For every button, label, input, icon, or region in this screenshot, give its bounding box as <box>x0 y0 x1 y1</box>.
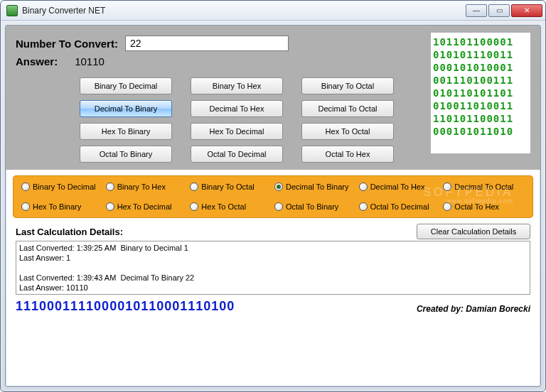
binary-art-panel: 101101100001 010101110011 000101010001 0… <box>431 33 530 153</box>
btn-decimal-to-hex[interactable]: Decimal To Hex <box>191 100 283 117</box>
details-log[interactable]: Last Converted: 1:39:25 AM Binary to Dec… <box>16 241 530 295</box>
btn-octal-to-decimal[interactable]: Octal To Decimal <box>191 146 283 163</box>
footer-binary-string: 1110001111000010110001110100 <box>16 299 410 314</box>
radio-icon <box>190 183 198 191</box>
client-area: Number To Convert: Answer: 10110 Binary … <box>5 25 541 387</box>
answer-value: 10110 <box>75 55 105 67</box>
btn-binary-to-octal[interactable]: Binary To Octal <box>301 77 394 94</box>
btn-hex-to-binary[interactable]: Hex To Binary <box>80 123 172 140</box>
window-controls: — ▭ ✕ <box>464 4 542 17</box>
radio-binary-to-hex[interactable]: Binary To Hex <box>106 183 188 191</box>
btn-hex-to-decimal[interactable]: Hex To Decimal <box>191 123 283 140</box>
radio-icon <box>443 183 451 191</box>
radio-panel: Binary To Decimal Binary To Hex Binary T… <box>13 175 533 218</box>
radio-icon <box>359 202 368 211</box>
conversion-button-grid: Binary To Decimal Binary To Hex Binary T… <box>80 77 424 163</box>
radio-octal-to-decimal[interactable]: Octal To Decimal <box>359 202 441 211</box>
radio-icon <box>21 183 30 191</box>
clear-details-button[interactable]: Clear Calculation Details <box>417 224 530 239</box>
radio-icon <box>106 183 114 191</box>
radio-octal-to-hex[interactable]: Octal To Hex <box>443 202 525 211</box>
radio-icon <box>106 202 114 211</box>
radio-binary-to-octal[interactable]: Binary To Octal <box>190 183 272 191</box>
app-window: Binary Converter NET — ▭ ✕ Number To Con… <box>0 0 546 392</box>
btn-octal-to-binary[interactable]: Octal To Binary <box>80 146 172 163</box>
btn-decimal-to-octal[interactable]: Decimal To Octal <box>301 100 394 117</box>
app-icon <box>6 5 18 16</box>
answer-label: Answer: <box>16 55 58 67</box>
radio-hex-to-binary[interactable]: Hex To Binary <box>21 202 103 211</box>
number-input[interactable] <box>125 36 289 51</box>
radio-icon <box>21 202 30 211</box>
radio-grid: Binary To Decimal Binary To Hex Binary T… <box>21 183 525 211</box>
minimize-button[interactable]: — <box>466 4 487 17</box>
radio-icon <box>190 202 198 211</box>
window-title: Binary Converter NET <box>22 6 464 16</box>
conversion-panel: Number To Convert: Answer: 10110 Binary … <box>6 26 540 170</box>
close-button[interactable]: ✕ <box>511 4 542 17</box>
details-header-row: Last Calculation Details: Clear Calculat… <box>6 222 540 241</box>
radio-decimal-to-binary[interactable]: Decimal To Binary <box>274 183 356 191</box>
btn-binary-to-hex[interactable]: Binary To Hex <box>191 77 283 94</box>
radio-icon <box>443 202 451 211</box>
btn-octal-to-hex[interactable]: Octal To Hex <box>301 146 394 163</box>
btn-decimal-to-binary[interactable]: Decimal To Binary <box>80 100 172 117</box>
btn-binary-to-decimal[interactable]: Binary To Decimal <box>80 77 172 94</box>
radio-hex-to-decimal[interactable]: Hex To Decimal <box>106 202 188 211</box>
maximize-button[interactable]: ▭ <box>488 4 510 17</box>
conversion-controls: Number To Convert: Answer: 10110 Binary … <box>16 36 424 163</box>
titlebar: Binary Converter NET — ▭ ✕ <box>1 1 545 21</box>
btn-hex-to-octal[interactable]: Hex To Octal <box>301 123 394 140</box>
footer: 1110001111000010110001110100 Created by:… <box>6 296 540 320</box>
radio-icon <box>274 183 283 191</box>
radio-hex-to-octal[interactable]: Hex To Octal <box>190 202 272 211</box>
details-title: Last Calculation Details: <box>16 227 417 237</box>
radio-decimal-to-octal[interactable]: Decimal To Octal <box>443 183 525 191</box>
radio-icon <box>359 183 368 191</box>
radio-binary-to-decimal[interactable]: Binary To Decimal <box>21 183 103 191</box>
radio-octal-to-binary[interactable]: Octal To Binary <box>274 202 356 211</box>
credit-text: Created by: Damian Borecki <box>417 304 530 314</box>
radio-decimal-to-hex[interactable]: Decimal To Hex <box>359 183 441 191</box>
number-label: Number To Convert: <box>16 38 118 50</box>
radio-icon <box>274 202 283 211</box>
